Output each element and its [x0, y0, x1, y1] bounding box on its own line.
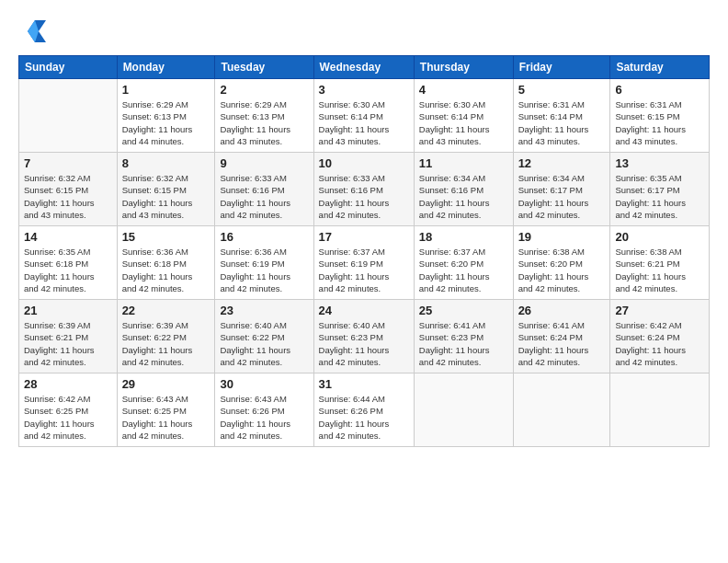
day-info: Sunrise: 6:42 AM Sunset: 6:25 PM Dayligh…	[24, 393, 112, 442]
day-info: Sunrise: 6:39 AM Sunset: 6:21 PM Dayligh…	[24, 319, 112, 368]
calendar-week-row: 1Sunrise: 6:29 AM Sunset: 6:13 PM Daylig…	[19, 79, 710, 153]
calendar-cell: 4Sunrise: 6:30 AM Sunset: 6:14 PM Daylig…	[414, 79, 513, 153]
day-info: Sunrise: 6:30 AM Sunset: 6:14 PM Dayligh…	[319, 98, 409, 147]
calendar-cell	[513, 373, 610, 447]
day-info: Sunrise: 6:44 AM Sunset: 6:26 PM Dayligh…	[319, 393, 409, 442]
calendar-cell: 14Sunrise: 6:35 AM Sunset: 6:18 PM Dayli…	[19, 226, 118, 300]
day-number: 17	[319, 230, 409, 244]
day-number: 31	[319, 377, 409, 391]
calendar-week-row: 7Sunrise: 6:32 AM Sunset: 6:15 PM Daylig…	[19, 153, 710, 226]
calendar-week-row: 21Sunrise: 6:39 AM Sunset: 6:21 PM Dayli…	[19, 300, 710, 373]
logo-icon	[18, 17, 48, 46]
calendar-cell: 10Sunrise: 6:33 AM Sunset: 6:16 PM Dayli…	[313, 153, 414, 226]
day-info: Sunrise: 6:41 AM Sunset: 6:23 PM Dayligh…	[419, 319, 508, 368]
day-info: Sunrise: 6:35 AM Sunset: 6:17 PM Dayligh…	[615, 172, 704, 221]
calendar-page: SundayMondayTuesdayWednesdayThursdayFrid…	[0, 0, 728, 563]
calendar-cell: 3Sunrise: 6:30 AM Sunset: 6:14 PM Daylig…	[313, 79, 414, 153]
day-number: 6	[615, 83, 704, 97]
calendar-week-row: 28Sunrise: 6:42 AM Sunset: 6:25 PM Dayli…	[19, 373, 710, 447]
header	[18, 17, 710, 46]
calendar-cell: 6Sunrise: 6:31 AM Sunset: 6:15 PM Daylig…	[610, 79, 710, 153]
calendar-header-row: SundayMondayTuesdayWednesdayThursdayFrid…	[19, 56, 710, 79]
day-number: 25	[419, 304, 508, 317]
calendar-cell: 15Sunrise: 6:36 AM Sunset: 6:18 PM Dayli…	[117, 226, 215, 300]
day-info: Sunrise: 6:33 AM Sunset: 6:16 PM Dayligh…	[220, 172, 308, 221]
day-number: 21	[24, 304, 112, 317]
calendar-cell: 28Sunrise: 6:42 AM Sunset: 6:25 PM Dayli…	[19, 373, 118, 447]
day-info: Sunrise: 6:43 AM Sunset: 6:26 PM Dayligh…	[220, 393, 308, 442]
day-info: Sunrise: 6:39 AM Sunset: 6:22 PM Dayligh…	[122, 319, 210, 368]
day-number: 10	[319, 156, 409, 170]
day-info: Sunrise: 6:35 AM Sunset: 6:18 PM Dayligh…	[24, 246, 112, 294]
weekday-header: Monday	[117, 56, 215, 79]
calendar-cell: 23Sunrise: 6:40 AM Sunset: 6:22 PM Dayli…	[215, 300, 313, 373]
day-number: 19	[518, 230, 606, 244]
calendar-cell: 31Sunrise: 6:44 AM Sunset: 6:26 PM Dayli…	[313, 373, 414, 447]
calendar-week-row: 14Sunrise: 6:35 AM Sunset: 6:18 PM Dayli…	[19, 226, 710, 300]
day-info: Sunrise: 6:41 AM Sunset: 6:24 PM Dayligh…	[518, 319, 606, 368]
day-info: Sunrise: 6:32 AM Sunset: 6:15 PM Dayligh…	[122, 172, 210, 221]
day-number: 23	[220, 304, 308, 317]
day-info: Sunrise: 6:38 AM Sunset: 6:20 PM Dayligh…	[518, 246, 606, 294]
day-info: Sunrise: 6:40 AM Sunset: 6:22 PM Dayligh…	[220, 319, 308, 368]
day-number: 24	[319, 304, 409, 317]
calendar-cell: 30Sunrise: 6:43 AM Sunset: 6:26 PM Dayli…	[215, 373, 313, 447]
calendar-cell: 9Sunrise: 6:33 AM Sunset: 6:16 PM Daylig…	[215, 153, 313, 226]
day-info: Sunrise: 6:33 AM Sunset: 6:16 PM Dayligh…	[319, 172, 409, 221]
calendar-cell: 25Sunrise: 6:41 AM Sunset: 6:23 PM Dayli…	[414, 300, 513, 373]
day-info: Sunrise: 6:42 AM Sunset: 6:24 PM Dayligh…	[615, 319, 704, 368]
day-info: Sunrise: 6:29 AM Sunset: 6:13 PM Dayligh…	[220, 98, 308, 147]
calendar-cell: 11Sunrise: 6:34 AM Sunset: 6:16 PM Dayli…	[414, 153, 513, 226]
calendar-cell	[414, 373, 513, 447]
calendar-cell: 27Sunrise: 6:42 AM Sunset: 6:24 PM Dayli…	[610, 300, 710, 373]
calendar-cell	[19, 79, 118, 153]
calendar-cell: 5Sunrise: 6:31 AM Sunset: 6:14 PM Daylig…	[513, 79, 610, 153]
day-number: 22	[122, 304, 210, 317]
calendar-cell: 20Sunrise: 6:38 AM Sunset: 6:21 PM Dayli…	[610, 226, 710, 300]
calendar-cell: 7Sunrise: 6:32 AM Sunset: 6:15 PM Daylig…	[19, 153, 118, 226]
day-number: 26	[518, 304, 606, 317]
day-info: Sunrise: 6:31 AM Sunset: 6:15 PM Dayligh…	[615, 98, 704, 147]
day-info: Sunrise: 6:34 AM Sunset: 6:17 PM Dayligh…	[518, 172, 606, 221]
calendar-cell: 8Sunrise: 6:32 AM Sunset: 6:15 PM Daylig…	[117, 153, 215, 226]
day-number: 27	[615, 304, 704, 317]
weekday-header: Thursday	[414, 56, 513, 79]
day-number: 4	[419, 83, 508, 97]
day-info: Sunrise: 6:32 AM Sunset: 6:15 PM Dayligh…	[24, 172, 112, 221]
calendar-cell: 22Sunrise: 6:39 AM Sunset: 6:22 PM Dayli…	[117, 300, 215, 373]
day-number: 5	[518, 83, 606, 97]
calendar-cell: 16Sunrise: 6:36 AM Sunset: 6:19 PM Dayli…	[215, 226, 313, 300]
day-number: 29	[122, 377, 210, 391]
calendar-cell: 1Sunrise: 6:29 AM Sunset: 6:13 PM Daylig…	[117, 79, 215, 153]
calendar-cell: 21Sunrise: 6:39 AM Sunset: 6:21 PM Dayli…	[19, 300, 118, 373]
day-number: 15	[122, 230, 210, 244]
calendar-cell: 19Sunrise: 6:38 AM Sunset: 6:20 PM Dayli…	[513, 226, 610, 300]
day-info: Sunrise: 6:37 AM Sunset: 6:19 PM Dayligh…	[319, 246, 409, 294]
day-info: Sunrise: 6:43 AM Sunset: 6:25 PM Dayligh…	[122, 393, 210, 442]
day-info: Sunrise: 6:36 AM Sunset: 6:19 PM Dayligh…	[220, 246, 308, 294]
day-number: 11	[419, 156, 508, 170]
day-info: Sunrise: 6:30 AM Sunset: 6:14 PM Dayligh…	[419, 98, 508, 147]
day-number: 1	[122, 83, 210, 97]
weekday-header: Wednesday	[313, 56, 414, 79]
weekday-header: Sunday	[19, 56, 118, 79]
calendar-cell: 26Sunrise: 6:41 AM Sunset: 6:24 PM Dayli…	[513, 300, 610, 373]
logo	[18, 17, 51, 46]
calendar-table: SundayMondayTuesdayWednesdayThursdayFrid…	[18, 55, 710, 447]
day-number: 14	[24, 230, 112, 244]
calendar-cell: 29Sunrise: 6:43 AM Sunset: 6:25 PM Dayli…	[117, 373, 215, 447]
day-number: 13	[615, 156, 704, 170]
day-info: Sunrise: 6:37 AM Sunset: 6:20 PM Dayligh…	[419, 246, 508, 294]
calendar-cell: 24Sunrise: 6:40 AM Sunset: 6:23 PM Dayli…	[313, 300, 414, 373]
day-info: Sunrise: 6:40 AM Sunset: 6:23 PM Dayligh…	[319, 319, 409, 368]
calendar-cell: 13Sunrise: 6:35 AM Sunset: 6:17 PM Dayli…	[610, 153, 710, 226]
day-number: 16	[220, 230, 308, 244]
day-info: Sunrise: 6:31 AM Sunset: 6:14 PM Dayligh…	[518, 98, 606, 147]
weekday-header: Tuesday	[215, 56, 313, 79]
weekday-header: Saturday	[610, 56, 710, 79]
day-number: 18	[419, 230, 508, 244]
calendar-cell: 17Sunrise: 6:37 AM Sunset: 6:19 PM Dayli…	[313, 226, 414, 300]
calendar-cell: 2Sunrise: 6:29 AM Sunset: 6:13 PM Daylig…	[215, 79, 313, 153]
day-number: 12	[518, 156, 606, 170]
day-number: 7	[24, 156, 112, 170]
